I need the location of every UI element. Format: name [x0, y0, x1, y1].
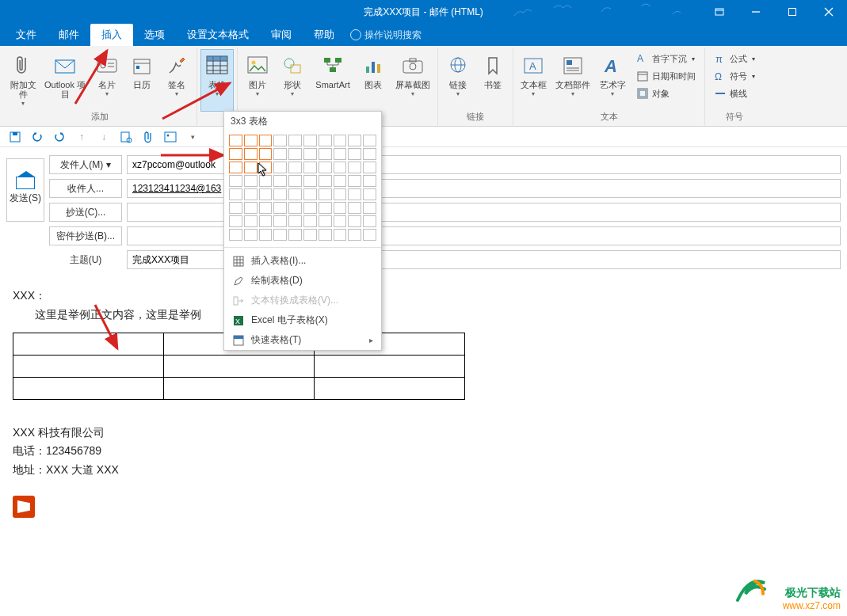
- grid-cell[interactable]: [273, 175, 287, 187]
- grid-cell[interactable]: [288, 135, 302, 146]
- grid-cell[interactable]: [303, 162, 317, 173]
- prev-icon[interactable]: ↑: [74, 130, 89, 144]
- screenshot-button[interactable]: 屏幕截图▾: [391, 49, 434, 112]
- grid-cell[interactable]: [244, 135, 258, 146]
- grid-cell[interactable]: [348, 162, 361, 173]
- grid-cell[interactable]: [303, 188, 317, 200]
- grid-cell[interactable]: [363, 135, 376, 146]
- datetime-button[interactable]: 日期和时间: [634, 68, 698, 84]
- grid-cell[interactable]: [303, 135, 317, 146]
- grid-cell[interactable]: [363, 162, 376, 173]
- grid-cell[interactable]: [259, 215, 273, 227]
- picture-button[interactable]: 图片▾: [241, 49, 274, 112]
- grid-cell[interactable]: [303, 215, 317, 227]
- minimize-button[interactable]: [738, 0, 774, 24]
- attach-file-button[interactable]: 附加文件▾: [6, 49, 40, 109]
- grid-cell[interactable]: [273, 188, 287, 200]
- bookmark-button[interactable]: 书签: [476, 49, 509, 109]
- grid-cell[interactable]: [288, 215, 302, 227]
- grid-cell[interactable]: [319, 215, 332, 227]
- textbox-button[interactable]: A文本框▾: [517, 49, 550, 109]
- grid-cell[interactable]: [334, 175, 347, 187]
- grid-cell[interactable]: [348, 188, 361, 200]
- tab-options[interactable]: 选项: [133, 24, 176, 46]
- grid-cell[interactable]: [244, 162, 258, 173]
- signature-button[interactable]: 签名▾: [160, 49, 193, 109]
- grid-cell[interactable]: [348, 229, 361, 241]
- attach-qat-icon[interactable]: [141, 130, 155, 144]
- grid-cell[interactable]: [363, 229, 376, 241]
- grid-cell[interactable]: [244, 188, 258, 200]
- next-icon[interactable]: ↓: [97, 130, 111, 144]
- from-button[interactable]: 发件人(M) ▾: [49, 155, 122, 174]
- tab-format[interactable]: 设置文本格式: [176, 24, 260, 46]
- grid-cell[interactable]: [348, 175, 361, 187]
- quickparts-button[interactable]: 文档部件▾: [551, 49, 594, 109]
- grid-cell[interactable]: [334, 148, 347, 160]
- grid-cell[interactable]: [319, 229, 332, 241]
- dropcap-button[interactable]: A首字下沉▾: [634, 51, 698, 67]
- smartart-button[interactable]: SmartArt: [311, 49, 355, 112]
- grid-cell[interactable]: [319, 135, 332, 146]
- grid-cell[interactable]: [229, 229, 242, 241]
- shapes-button[interactable]: 形状▾: [276, 49, 309, 112]
- picture-qat-icon[interactable]: [163, 130, 177, 144]
- grid-cell[interactable]: [273, 215, 287, 227]
- bcc-button[interactable]: 密件抄送(B)...: [49, 226, 122, 245]
- grid-cell[interactable]: [319, 175, 332, 187]
- maximize-button[interactable]: [774, 0, 811, 24]
- grid-cell[interactable]: [259, 188, 273, 200]
- business-card-button[interactable]: 名片▾: [90, 49, 124, 109]
- grid-cell[interactable]: [273, 229, 287, 241]
- tab-review[interactable]: 审阅: [260, 24, 303, 46]
- symbol-button[interactable]: Ω符号▾: [712, 68, 757, 84]
- outlook-item-button[interactable]: Outlook 项目: [41, 49, 89, 109]
- grid-cell[interactable]: [259, 229, 273, 241]
- grid-cell[interactable]: [229, 175, 242, 187]
- grid-cell[interactable]: [319, 148, 332, 160]
- grid-cell[interactable]: [273, 135, 287, 146]
- grid-cell[interactable]: [288, 188, 302, 200]
- grid-cell[interactable]: [273, 148, 287, 160]
- grid-cell[interactable]: [229, 162, 242, 173]
- grid-cell[interactable]: [334, 202, 347, 214]
- grid-cell[interactable]: [348, 148, 361, 160]
- grid-cell[interactable]: [334, 229, 347, 241]
- grid-cell[interactable]: [363, 188, 376, 200]
- to-button[interactable]: 收件人...: [49, 179, 122, 198]
- grid-cell[interactable]: [288, 148, 302, 160]
- grid-cell[interactable]: [229, 148, 242, 160]
- grid-cell[interactable]: [363, 215, 376, 227]
- tab-file[interactable]: 文件: [5, 24, 48, 46]
- grid-cell[interactable]: [259, 135, 273, 146]
- grid-cell[interactable]: [303, 148, 317, 160]
- grid-cell[interactable]: [334, 188, 347, 200]
- print-preview-icon[interactable]: [119, 130, 133, 144]
- grid-cell[interactable]: [244, 215, 258, 227]
- grid-cell[interactable]: [229, 135, 242, 146]
- grid-cell[interactable]: [273, 162, 287, 173]
- grid-cell[interactable]: [288, 162, 302, 173]
- grid-cell[interactable]: [259, 148, 273, 160]
- grid-cell[interactable]: [229, 202, 242, 214]
- table-button[interactable]: 表格▾: [200, 49, 234, 112]
- grid-cell[interactable]: [319, 202, 332, 214]
- object-button[interactable]: 对象: [634, 86, 698, 101]
- tab-insert[interactable]: 插入: [90, 24, 133, 46]
- wordart-button[interactable]: A艺术字▾: [596, 49, 629, 109]
- grid-cell[interactable]: [259, 175, 273, 187]
- grid-cell[interactable]: [334, 135, 347, 146]
- draw-table-menu[interactable]: 绘制表格(D): [224, 271, 381, 291]
- save-icon[interactable]: [8, 130, 22, 144]
- redo-icon[interactable]: [52, 130, 67, 144]
- grid-cell[interactable]: [229, 215, 242, 227]
- grid-cell[interactable]: [363, 202, 376, 214]
- tab-help[interactable]: 帮助: [303, 24, 345, 46]
- send-button[interactable]: 发送(S): [6, 158, 44, 222]
- chart-button[interactable]: 图表: [357, 49, 390, 112]
- grid-cell[interactable]: [229, 188, 242, 200]
- tab-mail[interactable]: 邮件: [48, 24, 90, 46]
- grid-cell[interactable]: [319, 162, 332, 173]
- grid-cell[interactable]: [303, 175, 317, 187]
- horizontal-line-button[interactable]: 横线: [712, 86, 757, 101]
